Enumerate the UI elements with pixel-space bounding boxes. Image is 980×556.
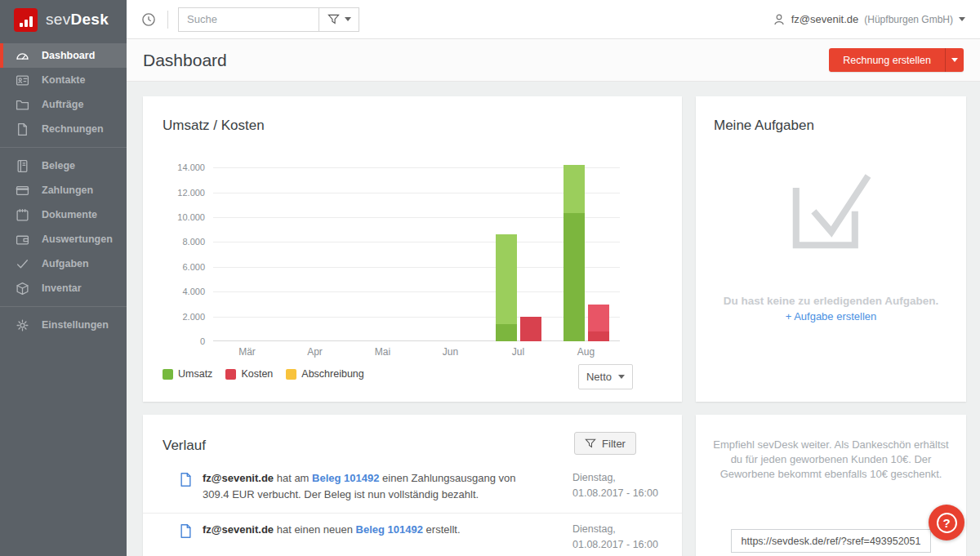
chart-title: Umsatz / Kosten xyxy=(163,118,265,134)
logo[interactable]: sevDesk xyxy=(0,0,127,39)
bar-umsatz-aug[interactable] xyxy=(564,165,585,341)
document-icon xyxy=(178,472,194,503)
y-axis-tick: 6.000 xyxy=(163,262,205,272)
y-axis-tick: 8.000 xyxy=(163,237,205,247)
question-mark-icon: ? xyxy=(937,513,957,533)
sidebar-item-zahlungen[interactable]: Zahlungen xyxy=(0,178,127,202)
user-menu[interactable]: fz@sevenit.de (Hüpfburgen GmbH) xyxy=(773,13,965,26)
gauge-icon xyxy=(16,49,29,63)
sidebar-divider xyxy=(0,306,127,307)
sidebar-item-label: Belege xyxy=(42,160,75,171)
tasks-icon xyxy=(16,257,29,271)
legend-item-umsatz: Umsatz xyxy=(163,368,212,380)
funnel-icon xyxy=(327,13,340,25)
legend-item-abschreibung: Abschreibung xyxy=(286,368,363,380)
revenue-cost-panel: Umsatz / Kosten 02.0004.0006.0008.00010.… xyxy=(143,96,682,402)
create-task-link[interactable]: + Aufgabe erstellen xyxy=(696,310,966,322)
receipt-icon xyxy=(16,159,29,173)
invoice-icon xyxy=(16,122,29,136)
chart-category-slot xyxy=(213,160,281,341)
create-invoice-dropdown-button[interactable] xyxy=(945,48,964,72)
history-clock-icon[interactable] xyxy=(141,12,156,27)
history-list: fz@sevenit.de hat am Beleg 101492 einen … xyxy=(143,462,682,556)
sidebar-item-rechnungen[interactable]: Rechnungen xyxy=(0,117,127,141)
sidebar-item-label: Aufgaben xyxy=(42,258,89,269)
content: Umsatz / Kosten 02.0004.0006.0008.00010.… xyxy=(127,82,980,556)
y-axis-tick: 14.000 xyxy=(163,162,205,172)
user-email: fz@sevenit.de xyxy=(791,13,859,25)
sidebar-item-aufgaben[interactable]: Aufgaben xyxy=(0,251,127,276)
chevron-down-icon xyxy=(959,17,965,21)
sidebar-item-kontakte[interactable]: Kontakte xyxy=(0,68,127,92)
sidebar-item-label: Dokumente xyxy=(42,209,97,220)
referral-text: Empfiehl sevDesk weiter. Als Dankeschön … xyxy=(710,438,951,483)
chart-legend: UmsatzKostenAbschreibung xyxy=(163,368,364,380)
search-filter-button[interactable] xyxy=(318,7,359,32)
history-item-text: fz@sevenit.de hat einen neuen Beleg 1014… xyxy=(203,522,541,553)
beleg-link[interactable]: Beleg 101492 xyxy=(356,523,423,536)
sidebar-item-dashboard[interactable]: Dashboard xyxy=(0,43,127,68)
funnel-icon xyxy=(585,438,596,449)
sidebar-item-dokumente[interactable]: Dokumente xyxy=(0,202,127,227)
y-axis-tick: 0 xyxy=(163,336,205,346)
sidebar-item-label: Zahlungen xyxy=(42,185,93,196)
help-button[interactable]: ? xyxy=(929,505,964,540)
page-title: Dashboard xyxy=(143,51,227,70)
search-input[interactable] xyxy=(178,7,318,32)
sidebar-item-label: Aufträge xyxy=(42,99,83,110)
chart-category-slot xyxy=(349,160,416,341)
chart-x-axis: MärAprMaiJunJulAug xyxy=(213,346,620,358)
history-filter-button[interactable]: Filter xyxy=(574,432,636,455)
sidebar-item-label: Dashboard xyxy=(42,50,95,61)
referral-link-field[interactable]: https://sevdesk.de/ref/?sref=493952051 xyxy=(731,529,931,553)
x-axis-label: Jun xyxy=(416,346,484,358)
bar-umsatz-jul[interactable] xyxy=(496,234,517,341)
bar-segment-dark xyxy=(588,331,609,341)
folder-icon xyxy=(16,98,29,112)
create-invoice-split-button: Rechnung erstellen xyxy=(829,48,964,72)
history-title: Verlauf xyxy=(163,438,206,454)
inventory-icon xyxy=(16,282,29,296)
beleg-link[interactable]: Beleg 101492 xyxy=(312,472,379,484)
bar-segment-dark xyxy=(496,324,517,341)
x-axis-label: Mai xyxy=(349,346,416,358)
chart-category-slot xyxy=(552,160,620,341)
sidebar: sevDesk DashboardKontakteAufträgeRechnun… xyxy=(0,0,127,556)
sidebar-item-inventar[interactable]: Inventar xyxy=(0,276,127,300)
payments-icon xyxy=(16,184,29,198)
chart-category-slot xyxy=(281,160,349,341)
sidebar-item-belege[interactable]: Belege xyxy=(0,153,127,178)
create-invoice-button[interactable]: Rechnung erstellen xyxy=(829,48,945,72)
sidebar-item-aufträge[interactable]: Aufträge xyxy=(0,92,127,117)
y-axis-tick: 4.000 xyxy=(163,287,205,296)
x-axis-label: Aug xyxy=(552,346,620,358)
history-item-text: fz@sevenit.de hat am Beleg 101492 einen … xyxy=(203,470,541,503)
sidebar-item-einstellungen[interactable]: Einstellungen xyxy=(0,313,127,337)
bar-segment-dark xyxy=(520,317,541,341)
settings-icon xyxy=(16,318,29,332)
sidebar-item-label: Einstellungen xyxy=(42,319,109,331)
page-header: Dashboard Rechnung erstellen xyxy=(127,39,980,82)
net-gross-dropdown[interactable]: Netto xyxy=(578,364,633,389)
chevron-down-icon xyxy=(618,375,625,379)
my-tasks-panel: Meine Aufgaben Du hast keine zu erledige… xyxy=(696,96,966,402)
sidebar-item-label: Rechnungen xyxy=(42,123,104,135)
history-item-date: Dienstag,01.08.2017 - 16:00 xyxy=(572,470,662,503)
sidebar-item-label: Inventar xyxy=(42,282,82,294)
documents-icon xyxy=(16,208,29,222)
topbar-divider xyxy=(167,11,168,29)
legend-swatch xyxy=(225,369,236,380)
check-square-icon xyxy=(787,166,875,257)
bar-kosten-jul[interactable] xyxy=(520,317,541,341)
bar-kosten-aug[interactable] xyxy=(588,305,609,341)
legend-item-kosten: Kosten xyxy=(225,368,273,380)
user-company: (Hüpfburgen GmbH) xyxy=(864,14,953,25)
chevron-down-icon xyxy=(951,58,958,62)
sidebar-item-auswertungen[interactable]: Auswertungen xyxy=(0,227,127,251)
chart-category-slot xyxy=(416,160,484,341)
bar-segment-dark xyxy=(564,213,585,341)
sidebar-item-label: Kontakte xyxy=(42,74,85,86)
history-item: fz@sevenit.de hat einen neuen Beleg 1014… xyxy=(143,514,682,556)
user-icon xyxy=(773,13,786,26)
contacts-icon xyxy=(16,73,29,87)
